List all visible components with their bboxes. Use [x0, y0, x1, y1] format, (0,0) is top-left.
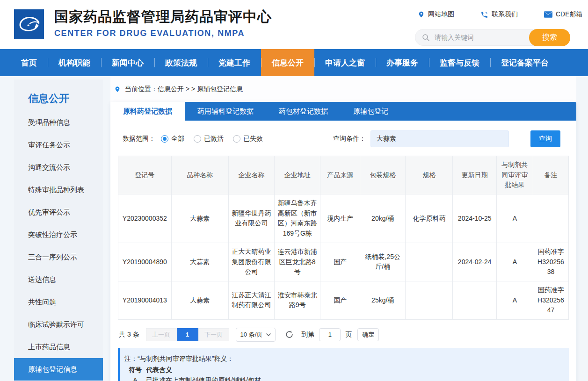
query-condition-input[interactable]: [370, 130, 509, 147]
site-subtitle: CENTER FOR DRUG EVALUATION, NMPA: [54, 26, 272, 40]
sidebar-item-review-tasks[interactable]: 审评任务公示: [14, 134, 103, 156]
breadcrumb-text: 当前位置：信息公开 > > 原辅包登记信息: [125, 85, 243, 93]
nav-item-applicant-window[interactable]: 申请人之窗: [314, 49, 376, 76]
sidebar-item-marketed-drugs[interactable]: 上市药品信息: [14, 336, 103, 358]
site-search-bar: 搜索: [415, 29, 570, 46]
legend-col-meaning: 代表含义: [146, 365, 561, 375]
col-spec: 规格: [406, 156, 453, 194]
sidebar-item-special-approval[interactable]: 特殊审批品种列表: [14, 179, 103, 201]
filter-row: 数据范围： 全部 已激活 已失效 查询条件：: [110, 121, 576, 156]
current-page-button[interactable]: 1: [177, 328, 198, 341]
next-page-button[interactable]: 下一页: [198, 328, 229, 341]
cell-registration-no: Y20190004013: [118, 281, 172, 319]
cde-page: 国家药品监督管理局药品审评中心 CENTER FOR DRUG EVALUATI…: [0, 0, 588, 381]
phone-icon: [480, 11, 488, 19]
col-joint-review-result: 与制剂共同审评审批结果: [496, 156, 533, 194]
nav-item-functions[interactable]: 机构职能: [48, 49, 101, 76]
query-button[interactable]: 查询: [530, 130, 560, 147]
nav-item-registration-platform[interactable]: 登记备案平台: [490, 49, 559, 76]
refresh-button[interactable]: [285, 330, 294, 339]
sidebar-item-raw-excipient-packaging[interactable]: 原辅包登记信息: [14, 358, 103, 381]
radio-all-icon[interactable]: [161, 135, 168, 143]
cell-spec: 化学原料药: [406, 194, 453, 243]
cde-mail-link-label: CDE邮箱: [556, 10, 583, 19]
radio-option-all[interactable]: 全部: [161, 135, 184, 143]
cell-company-address: 新疆乌鲁木齐高新区（新市区）河南东路169号G栋: [275, 194, 320, 243]
cell-packaging-spec: 25kg/桶: [360, 281, 406, 319]
cell-product-origin: 国产: [320, 243, 360, 281]
table-header-row: 登记号 品种名称 企业名称 企业地址 产品来源 包装规格 规格 更新日期 与制剂…: [118, 156, 569, 194]
cell-registration-no: Y20230000352: [118, 194, 172, 243]
tab-api-registration-data[interactable]: 原料药登记数据: [110, 102, 185, 121]
total-count: 共 3 条: [119, 331, 139, 339]
cell-packaging-spec: 纸桶装,25公斤/桶: [360, 243, 406, 281]
contact-link-label: 联系我们: [492, 10, 518, 19]
prev-page-button[interactable]: 上一页: [146, 328, 177, 341]
nav-item-policy[interactable]: 政策法规: [154, 49, 208, 76]
pagination: 共 3 条 上一页 1 下一页 10 条/页 到第 页 确定: [119, 328, 569, 342]
radio-activated-label: 已激活: [204, 135, 224, 143]
legend-note-title: 注：“与制剂共同审评审批结果”释义：: [124, 353, 561, 364]
contact-link[interactable]: 联系我们: [480, 10, 518, 19]
sidebar-item-accepted-varieties[interactable]: 受理品种信息: [14, 111, 103, 134]
quick-links: 网站地图 联系我们 CDE邮箱: [418, 10, 583, 19]
breadcrumb-pin-icon: [114, 85, 121, 93]
cell-company-name: 正大天晴药业集团股份有限公司: [228, 243, 274, 281]
page-size-value: 10 条/页: [240, 331, 263, 339]
nav-item-home[interactable]: 首页: [10, 49, 48, 76]
cell-packaging-spec: 20kg/桶: [360, 194, 406, 243]
cell-company-address: 连云港市新浦区巨龙北路8号: [275, 243, 320, 281]
breadcrumb: 当前位置：信息公开 > > 原辅包登记信息: [110, 76, 576, 102]
nav-item-services[interactable]: 办事服务: [376, 49, 429, 76]
refresh-icon: [285, 330, 294, 339]
data-scope-label: 数据范围：: [123, 135, 155, 143]
tab-raw-excipient-packaging-registration[interactable]: 原辅包登记: [341, 102, 401, 121]
table-row: Y20190004890 大蒜素 正大天晴药业集团股份有限公司 连云港市新浦区巨…: [118, 243, 569, 281]
goto-page-unit: 页: [345, 331, 352, 339]
goto-confirm-button[interactable]: 确定: [357, 328, 379, 341]
radio-all-label: 全部: [171, 135, 184, 143]
cell-variety-name: 大蒜素: [171, 194, 228, 243]
sitemap-link[interactable]: 网站地图: [418, 10, 454, 19]
sidebar-item-delivery-info[interactable]: 送达信息: [14, 268, 103, 291]
cell-company-name: 江苏正大清江制药有限公司: [228, 281, 274, 319]
nav-item-news[interactable]: 新闻中心: [101, 49, 154, 76]
nav-item-party[interactable]: 党建工作: [208, 49, 261, 76]
tab-excipient-registration-data[interactable]: 药用辅料登记数据: [185, 102, 266, 121]
radio-option-expired[interactable]: 已失效: [233, 135, 263, 143]
sidebar-item-three-in-one[interactable]: 三合一序列公示: [14, 246, 103, 268]
page-size-select[interactable]: 10 条/页: [236, 328, 276, 342]
tab-packaging-registration-data[interactable]: 药包材登记数据: [266, 102, 341, 121]
col-company-address: 企业地址: [275, 156, 320, 194]
site-search-button[interactable]: 搜索: [529, 29, 570, 46]
sidebar-item-breakthrough-therapy[interactable]: 突破性治疗公示: [14, 223, 103, 246]
cde-mail-link[interactable]: CDE邮箱: [544, 10, 583, 19]
cell-spec: [406, 243, 453, 281]
cde-logo[interactable]: [14, 9, 44, 39]
cell-company-name: 新疆华世丹药业有限公司: [228, 194, 274, 243]
sidebar-item-communication[interactable]: 沟通交流公示: [14, 156, 103, 179]
radio-option-activated[interactable]: 已激活: [194, 135, 224, 143]
radio-expired-icon[interactable]: [233, 135, 240, 143]
search-icon: [422, 34, 430, 42]
goto-page-label: 到第: [301, 331, 314, 339]
cell-update-date: [453, 281, 496, 319]
table-row: Y20230000352 大蒜素 新疆华世丹药业有限公司 新疆乌鲁木齐高新区（新…: [118, 194, 569, 243]
sidebar-item-common-issues[interactable]: 共性问题: [14, 291, 103, 313]
sidebar-item-priority-review[interactable]: 优先审评公示: [14, 201, 103, 223]
data-scope-radio-group: 全部 已激活 已失效: [161, 135, 263, 143]
col-registration-no: 登记号: [118, 156, 172, 194]
goto-page-input[interactable]: [319, 328, 341, 341]
legend-table: 符号 代表含义 A 已批准在上市制剂使用的原料/辅料/包材。 I 尚未通过与制剂…: [124, 365, 561, 381]
legend-note: 注：“与制剂共同审评审批结果”释义： 符号 代表含义 A 已批准在上市制剂使用的…: [118, 348, 569, 381]
sidebar-item-clinical-trial-implied-license[interactable]: 临床试验默示许可: [14, 313, 103, 336]
nav-item-info-disclosure[interactable]: 信息公开: [261, 49, 314, 76]
site-header: 国家药品监督管理局药品审评中心 CENTER FOR DRUG EVALUATI…: [0, 0, 588, 49]
content-card: 原料药登记数据 药用辅料登记数据 药包材登记数据 原辅包登记 数据范围： 全部 …: [110, 102, 576, 381]
tab-bar: 原料药登记数据 药用辅料登记数据 药包材登记数据 原辅包登记: [110, 102, 576, 121]
mail-icon: [544, 11, 552, 18]
radio-activated-icon[interactable]: [194, 135, 201, 143]
sidebar: 信息公开 受理品种信息 审评任务公示 沟通交流公示 特殊审批品种列表 优先审评公…: [14, 79, 103, 381]
nav-item-supervision[interactable]: 监督与反馈: [429, 49, 490, 76]
table-row: Y20190004013 大蒜素 江苏正大清江制药有限公司 淮安市韩泰北路9号 …: [118, 281, 569, 319]
